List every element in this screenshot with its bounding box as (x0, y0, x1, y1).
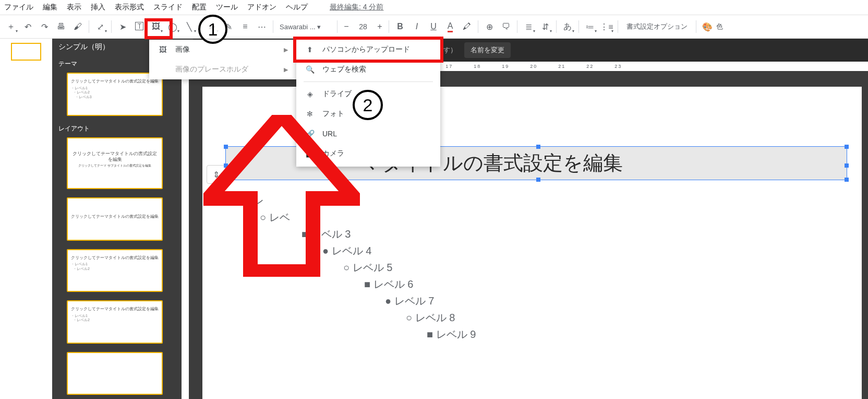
insert-image-menu: 🖼 画像 ▶ 画像のプレースホルダ ▶ (149, 40, 296, 79)
menu-arrange[interactable]: 配置 (192, 3, 207, 12)
line-spacing-button[interactable]: ⇵ (537, 19, 553, 34)
layout-section-label: レイアウト (52, 120, 177, 133)
menu-tools[interactable]: ツール (216, 3, 238, 12)
chevron-right-icon: ▶ (284, 46, 288, 53)
menu-item-placeholder: 画像のプレースホルダ ▶ (149, 60, 296, 79)
menu-format[interactable]: 表示形式 (115, 3, 144, 12)
chevron-right-icon: ▶ (284, 66, 288, 73)
menu-item-image[interactable]: 🖼 画像 ▶ (149, 40, 296, 60)
redo-button[interactable]: ↷ (37, 19, 52, 34)
format-options-button[interactable]: 書式設定オプション (621, 22, 693, 31)
layout-thumb-5[interactable] (67, 352, 163, 395)
new-slide-button[interactable]: ＋ (3, 19, 19, 34)
menu-help[interactable]: ヘルプ (286, 3, 308, 12)
callout-number-2: 2 (353, 90, 383, 120)
layout-thumb-3[interactable]: クリックしてテーマタイトルの書式設定を編集 ・レベル1 ・レベル2 (67, 249, 163, 292)
menu-file[interactable]: ファイル (4, 3, 33, 12)
menu-view[interactable]: 表示 (67, 3, 81, 12)
color-label[interactable]: 色 (716, 22, 723, 31)
image-icon: 🖼 (158, 45, 168, 54)
zoom-button[interactable]: ⤢ (92, 19, 108, 34)
slide-thumbnail-1[interactable] (11, 43, 41, 61)
layout-thumb-4[interactable]: クリックしてテーマタイトルの書式設定を編集 ・レベル1 ・レベル2 (67, 300, 163, 343)
toolbar: ＋ ↶ ↷ 🖶 🖌 ⤢ ➤ 🅃 🖼 ◯ ╲ ▰ ✎ ≡ ⋯ Sawarabi .… (0, 15, 868, 39)
callout-number-1: 1 (198, 15, 227, 44)
undo-button[interactable]: ↶ (20, 19, 35, 34)
border-dash-button[interactable]: ⋯ (254, 19, 270, 34)
italic-button[interactable]: I (409, 19, 425, 34)
upload-icon: ⬆ (305, 45, 315, 54)
select-tool[interactable]: ➤ (115, 19, 130, 34)
font-family-select[interactable]: Sawarabi ... ▾ (276, 19, 334, 34)
highlight-button[interactable]: 🖍 (459, 19, 475, 34)
menu-edit[interactable]: 編集 (43, 3, 57, 12)
submenu-search-web[interactable]: 🔍 ウェブを検索 (296, 60, 440, 79)
submenu-upload[interactable]: ⬆ パソコンからアップロード (296, 40, 440, 60)
theme-panel: シンプル（明） テーマ クリックしてテーマタイトルの書式設定を編集 ・レベル1 … (52, 39, 177, 399)
print-button[interactable]: 🖶 (53, 19, 69, 34)
banner-text: す） (443, 45, 457, 55)
filmstrip (0, 39, 52, 399)
font-size-control[interactable]: − 28 + (341, 21, 385, 32)
bulleted-list-button[interactable]: ⋮≡ (599, 19, 614, 34)
underline-button[interactable]: U (426, 19, 441, 34)
svg-marker-0 (209, 115, 355, 272)
drive-icon: ◈ (305, 90, 315, 98)
line-tool[interactable]: ╲ (182, 19, 197, 34)
font-size-increase[interactable]: + (374, 21, 385, 32)
text-color-button[interactable]: A (442, 19, 458, 34)
vertical-ruler (177, 39, 193, 399)
menu-slide[interactable]: スライド (153, 3, 183, 12)
align-button[interactable]: ≣ (521, 19, 536, 34)
bold-button[interactable]: B (392, 19, 408, 34)
menu-bar: ファイル 編集 表示 挿入 表示形式 スライド 配置 ツール アドオン ヘルプ … (0, 0, 868, 15)
theme-master-thumb[interactable]: クリックしてテーマタイトルの書式設定を編集 ・レベル1 ・レベル2 ・レベル3 (67, 73, 163, 115)
shape-tool[interactable]: ◯ (165, 19, 180, 34)
paint-format-button[interactable]: 🖌 (70, 19, 86, 34)
insert-comment-button[interactable]: 🗨 (498, 19, 514, 34)
palette-icon[interactable]: 🎨 (700, 19, 715, 34)
layout-thumb-2[interactable]: クリックしてテーマタイトルの書式設定を編集 (67, 197, 163, 240)
input-tools-button[interactable]: あ (560, 19, 575, 34)
layout-thumb-1[interactable]: クリックしてテーマタイトルの書式設定を編集 クリックしてテーマ サブタイトルの書… (67, 137, 163, 190)
menu-addons[interactable]: アドオン (247, 3, 276, 12)
last-edit-link[interactable]: 最終編集: 4 分前 (330, 3, 383, 12)
font-size-decrease[interactable]: − (341, 21, 352, 32)
menu-insert[interactable]: 挿入 (91, 3, 105, 12)
numbered-list-button[interactable]: ≔ (582, 19, 598, 34)
insert-image-button[interactable]: 🖼 (148, 19, 164, 34)
textbox-tool[interactable]: 🅃 (131, 19, 147, 34)
font-size-value[interactable]: 28 (354, 22, 372, 31)
red-arrow-annotation (203, 115, 360, 277)
rename-button[interactable]: 名前を変更 (464, 42, 511, 58)
insert-link-button[interactable]: ⊕ (481, 19, 497, 34)
search-icon: 🔍 (305, 65, 315, 74)
border-weight-button[interactable]: ≡ (237, 19, 253, 34)
